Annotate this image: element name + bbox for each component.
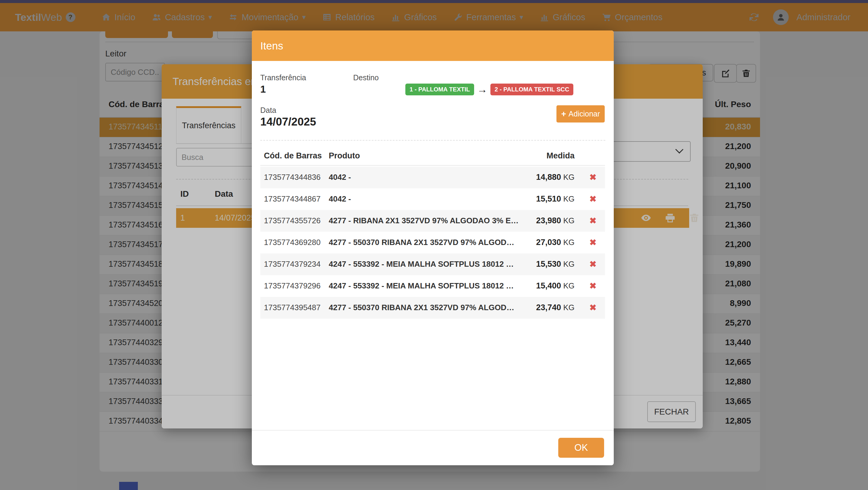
items-modal: Itens Transferência 1 Destino 1 - PALLOM…	[252, 30, 614, 465]
item-row: 17357743692804277 - 550370 RIBANA 2X1 35…	[260, 232, 605, 253]
medida-cell: 15,510 KG	[507, 194, 575, 204]
item-row: 17357743448364042 -14,880 KG✖	[260, 166, 605, 188]
produto-cell: 4247 - 553392 - MEIA MALHA SOFTPLUS 1801…	[329, 259, 514, 269]
delete-x-icon[interactable]: ✖	[586, 238, 600, 247]
barcode-cell: 1735774355726	[264, 216, 320, 225]
delete-x-icon[interactable]: ✖	[586, 259, 600, 269]
barcode-cell: 1735774344867	[264, 194, 320, 204]
item-row: 17357743954874277 - 550370 RIBANA 2X1 35…	[260, 297, 605, 318]
produto-cell: 4042 -	[329, 173, 351, 182]
destino-badges: 1 - PALLOMA TEXTIL → 2 - PALLOMA TEXTIL …	[405, 84, 574, 95]
data-value: 14/07/2025	[260, 116, 316, 128]
app-root: TextilWeb ? Início Cadastros ▾ Movimenta…	[0, 0, 868, 490]
medida-cell: 27,030 KG	[507, 238, 575, 247]
col-barcode: Cód. de Barras	[264, 151, 322, 160]
items-table-header: Cód. de Barras Produto Medida	[260, 151, 605, 165]
item-row: 17357743792344247 - 553392 - MEIA MALHA …	[260, 253, 605, 275]
col-medida: Medida	[532, 151, 575, 160]
medida-cell: 23,740 KG	[507, 303, 575, 312]
item-row: 17357743448674042 -15,510 KG✖	[260, 188, 605, 210]
data-label: Data	[260, 106, 276, 115]
produto-cell: 4042 -	[329, 194, 351, 204]
add-button[interactable]: + Adicionar	[556, 105, 605, 123]
delete-x-icon[interactable]: ✖	[586, 281, 600, 291]
barcode-cell: 1735774379234	[264, 259, 320, 269]
items-modal-header: Itens	[252, 30, 614, 61]
medida-cell: 23,980 KG	[507, 216, 575, 225]
barcode-cell: 1735774344836	[264, 173, 320, 182]
divider	[252, 430, 614, 431]
destination-badge: 2 - PALLOMA TEXTIL SCC	[490, 84, 574, 95]
items-modal-title: Itens	[260, 40, 283, 52]
barcode-cell: 1735774395487	[264, 303, 320, 312]
produto-cell: 4277 - RIBANA 2X1 3527VD 97% ALGODAO 3% …	[329, 216, 519, 225]
delete-x-icon[interactable]: ✖	[586, 194, 600, 204]
divider	[260, 165, 605, 166]
produto-cell: 4277 - 550370 RIBANA 2X1 3527VD 97% ALGO…	[329, 303, 514, 312]
transfer-label: Transferência	[260, 73, 306, 82]
arrow-right-icon: →	[477, 84, 487, 95]
item-row: 17357743557264277 - RIBANA 2X1 3527VD 97…	[260, 210, 605, 232]
ok-button[interactable]: OK	[558, 438, 604, 458]
destino-label: Destino	[353, 73, 379, 82]
delete-x-icon[interactable]: ✖	[586, 216, 600, 226]
col-produto: Produto	[329, 151, 360, 160]
delete-x-icon[interactable]: ✖	[586, 172, 600, 182]
medida-cell: 14,880 KG	[507, 173, 575, 182]
transfer-value: 1	[260, 84, 266, 95]
origin-badge: 1 - PALLOMA TEXTIL	[405, 84, 474, 95]
plus-icon: +	[561, 109, 566, 119]
items-table-body: 17357743448364042 -14,880 KG✖17357743448…	[260, 166, 605, 318]
medida-cell: 15,400 KG	[507, 281, 575, 290]
item-row: 17357743792964247 - 553392 - MEIA MALHA …	[260, 275, 605, 297]
medida-cell: 15,530 KG	[507, 259, 575, 269]
dashed-divider	[260, 140, 605, 141]
barcode-cell: 1735774379296	[264, 281, 320, 290]
delete-x-icon[interactable]: ✖	[586, 303, 600, 313]
barcode-cell: 1735774369280	[264, 238, 320, 247]
produto-cell: 4277 - 550370 RIBANA 2X1 3527VD 97% ALGO…	[329, 238, 514, 247]
produto-cell: 4247 - 553392 - MEIA MALHA SOFTPLUS 1801…	[329, 281, 514, 290]
